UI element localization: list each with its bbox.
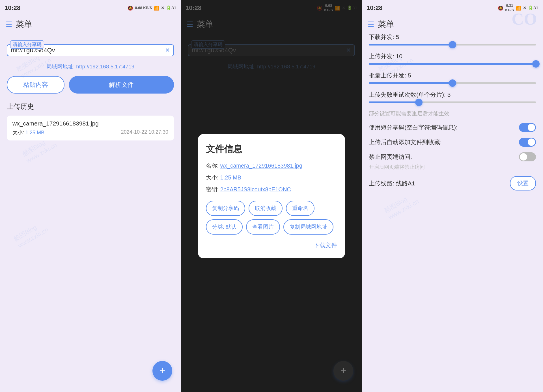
copy-share-btn[interactable]: 复制分享码 bbox=[206, 201, 245, 216]
slider-fill-upload bbox=[369, 63, 536, 65]
modal-key-value[interactable]: 2b8AR5JS8icoutx8pE1ONC bbox=[220, 186, 291, 192]
auto-fav-knob bbox=[528, 138, 535, 146]
modal-actions: 复制分享码 取消收藏 重命名 分类: 默认 查看图片 复制局域网地址 bbox=[206, 201, 337, 235]
history-filename-1: wx_camera_1729166183981.jpg bbox=[12, 120, 168, 127]
rename-btn[interactable]: 重命名 bbox=[286, 201, 314, 216]
signal-icon-1: ✕ bbox=[161, 6, 164, 10]
page-title-1: 菜单 bbox=[16, 19, 33, 30]
route-row: 上传线路: 线路A1 设置 bbox=[369, 176, 536, 190]
parse-button-1[interactable]: 解析文件 bbox=[69, 76, 174, 94]
download-concurrent-slider[interactable] bbox=[369, 44, 536, 46]
status-bar-3: 10:28 🔕 0.31KB/S 📶 ✕ 🔋31 bbox=[362, 0, 543, 16]
retry-label: 上传失败重试次数(单个分片): 3 bbox=[369, 91, 536, 99]
modal-size-row: 大小: 1.25 MB bbox=[206, 173, 337, 182]
mute-icon-3: 🔕 bbox=[498, 5, 503, 11]
setting-upload-concurrent: 上传并发: 10 bbox=[369, 52, 536, 65]
status-icons-3: 🔕 0.31KB/S 📶 ✕ 🔋31 bbox=[498, 3, 538, 12]
history-item-1[interactable]: wx_camera_1729166183981.jpg 大小: 1.25 MB … bbox=[7, 116, 174, 140]
clear-button-1[interactable]: ✕ bbox=[165, 47, 170, 54]
paste-button-1[interactable]: 粘贴内容 bbox=[7, 76, 64, 94]
view-image-btn[interactable]: 查看图片 bbox=[246, 219, 280, 235]
download-link[interactable]: 下载文件 bbox=[313, 242, 337, 248]
history-size-1: 大小: 1.25 MB bbox=[12, 129, 44, 136]
share-code-input-group-1: 请输入分享码 ✕ bbox=[7, 44, 174, 56]
modal-size-label: 大小: bbox=[206, 174, 219, 181]
block-web-knob bbox=[520, 153, 527, 161]
kbs-1: 0.68 KB/S bbox=[135, 6, 152, 10]
auto-fav-toggle[interactable] bbox=[519, 138, 536, 147]
history-meta-1: 大小: 1.25 MB 2024-10-22 10:27:30 bbox=[12, 129, 168, 136]
history-date-1: 2024-10-22 10:27:30 bbox=[121, 129, 168, 136]
setting-note: 部分设置可能需要重启后才能生效 bbox=[369, 110, 536, 117]
setting-retry: 上传失败重试次数(单个分片): 3 bbox=[369, 91, 536, 103]
block-web-label: 禁止网页端访问: bbox=[369, 153, 412, 161]
slider-fill-batch bbox=[369, 82, 453, 84]
panel-modal: 10:28 🔕 0.68KB/S 📶 ✕ 🔋31 ☰ 菜单 请输入分享码 ✕ 局… bbox=[181, 0, 362, 392]
short-code-toggle-row: 使用短分享码(空白字符编码信息): bbox=[369, 123, 536, 132]
retry-slider[interactable] bbox=[369, 101, 536, 103]
batch-upload-slider[interactable] bbox=[369, 82, 536, 84]
route-label: 上传线路: 线路A1 bbox=[369, 179, 415, 187]
slider-thumb-download[interactable] bbox=[449, 41, 456, 48]
status-time-1: 10:28 bbox=[5, 4, 20, 12]
modal-name-row: 名称: wx_camera_1729166183981.jpg bbox=[206, 161, 337, 170]
unfavorite-btn[interactable]: 取消收藏 bbox=[249, 201, 283, 216]
panel-main: 酷图Blogwww.zxki.cn 酷图Blogwww.zxki.cn 酷图Bl… bbox=[0, 0, 181, 392]
wifi-icon-1: 📶 bbox=[154, 5, 159, 11]
menu-icon-1[interactable]: ☰ bbox=[6, 20, 12, 29]
block-web-toggle-row: 禁止网页端访问: bbox=[369, 152, 536, 161]
copy-local-btn[interactable]: 复制局域网地址 bbox=[283, 219, 333, 235]
top-bar-1: ☰ 菜单 bbox=[0, 16, 181, 33]
main-content-1: 请输入分享码 ✕ 局域网地址: http://192.168.5.17:4719… bbox=[0, 33, 181, 392]
history-section-title-1: 上传历史 bbox=[7, 102, 174, 111]
local-address-1: 局域网地址: http://192.168.5.17:4719 bbox=[7, 63, 174, 70]
slider-fill-retry bbox=[369, 101, 419, 103]
batch-upload-label: 批量上传并发: 5 bbox=[369, 72, 536, 79]
input-floating-label-1: 请输入分享码 bbox=[10, 40, 44, 49]
file-info-modal: 文件信息 名称: wx_camera_1729166183981.jpg 大小:… bbox=[198, 134, 345, 258]
modal-name-value[interactable]: wx_camera_1729166183981.jpg bbox=[220, 163, 302, 169]
setting-download-concurrent: 下载并发: 5 bbox=[369, 33, 536, 46]
slider-thumb-retry[interactable] bbox=[415, 99, 423, 106]
block-web-note: 开启后网页端将禁止访问 bbox=[369, 164, 536, 170]
page-title-3: 菜单 bbox=[378, 19, 395, 30]
short-code-knob bbox=[528, 124, 535, 131]
signal-x-3: ✕ bbox=[523, 6, 526, 10]
battery-1: 🔋31 bbox=[166, 5, 176, 10]
download-concurrent-label: 下载并发: 5 bbox=[369, 33, 536, 41]
slider-thumb-upload[interactable] bbox=[532, 60, 540, 68]
auto-fav-toggle-row: 上传后自动添加文件到收藏: bbox=[369, 138, 536, 147]
top-bar-3: ☰ 菜单 bbox=[362, 16, 543, 33]
mute-icon: 🔕 bbox=[128, 5, 133, 11]
short-code-label: 使用短分享码(空白字符编码信息): bbox=[369, 124, 458, 131]
panel-settings: 酷图Blogwww.zxki.cn 酷图Blogwww.zxki.cn CO 1… bbox=[362, 0, 543, 392]
slider-fill-download bbox=[369, 44, 453, 46]
settings-content: 下载并发: 5 上传并发: 10 批量上传并发: 5 上传失败重试次数(单个 bbox=[362, 33, 543, 392]
slider-thumb-batch[interactable] bbox=[449, 79, 456, 87]
modal-name-label: 名称: bbox=[206, 163, 219, 169]
block-web-toggle[interactable] bbox=[519, 152, 536, 161]
kbs-3: 0.31KB/S bbox=[505, 3, 514, 12]
modal-key-row: 密钥: 2b8AR5JS8icoutx8pE1ONC bbox=[206, 185, 337, 194]
modal-size-value[interactable]: 1.25 MB bbox=[220, 174, 241, 181]
upload-concurrent-label: 上传并发: 10 bbox=[369, 52, 536, 60]
status-time-3: 10:28 bbox=[367, 4, 382, 12]
menu-icon-3[interactable]: ☰ bbox=[368, 20, 374, 29]
modal-key-label: 密钥: bbox=[206, 186, 219, 192]
setting-batch-upload: 批量上传并发: 5 bbox=[369, 72, 536, 84]
upload-concurrent-slider[interactable] bbox=[369, 63, 536, 65]
auto-fav-label: 上传后自动添加文件到收藏: bbox=[369, 138, 442, 146]
status-bar-1: 10:28 🔕 0.68 KB/S 📶 ✕ 🔋31 bbox=[0, 0, 181, 16]
action-buttons-1: 粘贴内容 解析文件 bbox=[7, 76, 174, 94]
category-btn[interactable]: 分类: 默认 bbox=[206, 219, 243, 235]
route-settings-btn[interactable]: 设置 bbox=[510, 176, 536, 190]
battery-3: 🔋31 bbox=[528, 5, 538, 10]
wifi-icon-3: 📶 bbox=[516, 5, 521, 11]
fab-1[interactable]: + bbox=[152, 361, 172, 381]
modal-title: 文件信息 bbox=[206, 143, 337, 155]
status-icons-1: 🔕 0.68 KB/S 📶 ✕ 🔋31 bbox=[128, 5, 176, 11]
modal-overlay: 文件信息 名称: wx_camera_1729166183981.jpg 大小:… bbox=[181, 0, 362, 392]
short-code-toggle[interactable] bbox=[519, 123, 536, 132]
modal-footer: 下载文件 bbox=[206, 241, 337, 249]
